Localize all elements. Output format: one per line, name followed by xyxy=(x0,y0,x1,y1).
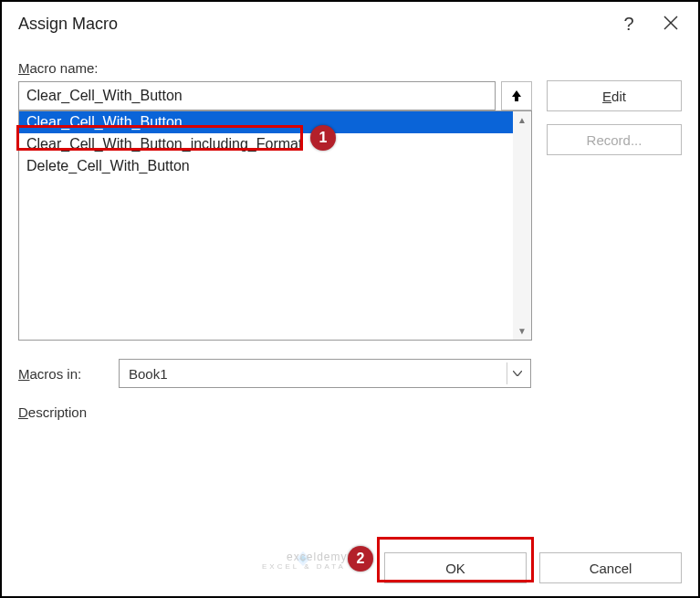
macro-name-label: Macro name: xyxy=(18,60,532,76)
description-label: Description xyxy=(18,404,682,420)
list-item[interactable]: Clear_Cell_With_Button_including_Format xyxy=(19,133,513,155)
macros-in-select[interactable]: Book1 xyxy=(119,359,531,388)
edit-button[interactable]: Edit xyxy=(547,80,682,111)
svg-marker-3 xyxy=(299,555,307,562)
cancel-button[interactable]: Cancel xyxy=(539,552,682,583)
dialog-title: Assign Macro xyxy=(18,15,618,34)
macro-name-input[interactable] xyxy=(18,81,496,110)
go-to-macro-button[interactable] xyxy=(501,81,532,110)
scroll-down-icon[interactable]: ▼ xyxy=(517,326,527,336)
scrollbar[interactable]: ▲ ▼ xyxy=(513,111,531,340)
macros-in-value: Book1 xyxy=(129,366,168,382)
annotation-badge-2: 2 xyxy=(348,546,373,572)
macro-list-content: Clear_Cell_With_Button Clear_Cell_With_B… xyxy=(19,111,513,340)
chevron-down-icon xyxy=(507,362,527,384)
macros-in-label: Macros in: xyxy=(18,366,102,382)
record-button[interactable]: Record... xyxy=(547,124,682,155)
watermark-icon xyxy=(292,548,314,570)
assign-macro-dialog: Assign Macro ? Macro name: Clear_Cell_Wi… xyxy=(0,0,700,598)
macro-listbox[interactable]: Clear_Cell_With_Button Clear_Cell_With_B… xyxy=(18,110,532,341)
scroll-up-icon[interactable]: ▲ xyxy=(517,115,527,125)
svg-marker-2 xyxy=(296,551,310,566)
list-item[interactable]: Delete_Cell_With_Button xyxy=(19,155,513,177)
help-icon[interactable]: ? xyxy=(618,14,640,35)
watermark-text: exceldemy EXCEL & DATA · BI xyxy=(262,551,372,572)
list-item[interactable]: Clear_Cell_With_Button xyxy=(19,111,513,133)
close-icon[interactable] xyxy=(660,14,682,35)
ok-button[interactable]: OK xyxy=(384,552,527,583)
titlebar: Assign Macro ? xyxy=(2,2,698,46)
